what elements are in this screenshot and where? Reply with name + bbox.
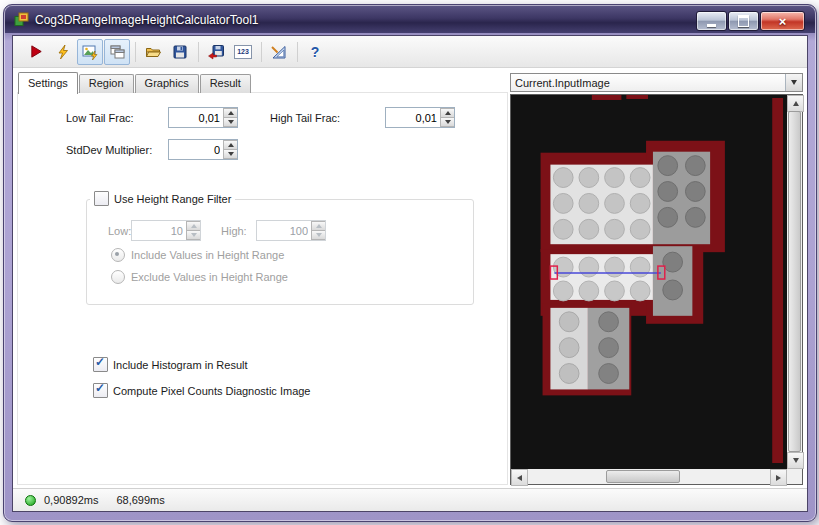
spin-down-button[interactable] [186, 230, 200, 240]
total-time-text: 68,699ms [116, 494, 164, 506]
spin-down-button[interactable] [440, 117, 454, 127]
numbers-123-text: 123 [237, 48, 249, 55]
low-tail-frac-input[interactable] [168, 107, 238, 128]
include-values-radio[interactable]: Include Values in Height Range [111, 248, 284, 262]
checkbox-box[interactable] [94, 191, 109, 206]
scroll-right-button[interactable] [770, 469, 787, 486]
auto-electric-run-toggle[interactable] [77, 39, 103, 65]
plot-button[interactable] [266, 39, 292, 65]
checkbox-box[interactable] [93, 357, 108, 372]
screenshot-root: Cog3DRangeImageHeightCalculatorTool1 × [0, 0, 819, 525]
arrow-down-icon [793, 458, 799, 463]
spin-up-button[interactable] [440, 108, 454, 117]
spin-down-button[interactable] [223, 149, 237, 159]
tab-settings[interactable]: Settings [18, 72, 78, 94]
scroll-down-button[interactable] [787, 452, 804, 469]
include-histogram-checkbox[interactable]: Include Histogram in Result [93, 357, 248, 372]
stddev-multiplier-label: StdDev Multiplier: [66, 144, 152, 156]
low-tail-frac-spinner [223, 108, 237, 127]
tab-graphics[interactable]: Graphics [135, 74, 199, 93]
spin-up-button[interactable] [186, 221, 200, 230]
checkbox-box[interactable] [93, 383, 108, 398]
float-results-toggle[interactable] [104, 39, 130, 65]
range-low-input[interactable] [131, 220, 201, 241]
open-button[interactable] [140, 39, 166, 65]
tab-region[interactable]: Region [79, 74, 134, 93]
constants-button[interactable]: 123 [230, 39, 256, 65]
export-image-button[interactable] [203, 39, 229, 65]
toolbar-separator [135, 42, 136, 62]
close-icon: × [779, 15, 787, 28]
arrow-right-icon [776, 475, 781, 481]
toolbar-separator [297, 42, 298, 62]
use-height-range-filter-checkbox[interactable]: Use Height Range Filter [90, 191, 235, 206]
compute-pixel-counts-checkbox[interactable]: Compute Pixel Counts Diagnostic Image [93, 383, 310, 398]
vertical-scrollbar[interactable] [787, 95, 802, 469]
electric-run-button[interactable] [50, 39, 76, 65]
spin-down-icon [316, 233, 322, 237]
window-controls: × [696, 11, 805, 31]
floppy-disk-icon [172, 44, 188, 60]
spin-up-button[interactable] [223, 108, 237, 117]
spin-down-icon [228, 120, 234, 124]
image-lightning-icon [82, 44, 98, 60]
vertical-scroll-thumb[interactable] [788, 111, 801, 452]
numbers-123-icon: 123 [234, 45, 252, 59]
title-bar[interactable]: Cog3DRangeImageHeightCalculatorTool1 × [5, 6, 815, 33]
range-high-input[interactable] [256, 220, 326, 241]
low-tail-frac-value[interactable] [169, 108, 223, 127]
chevron-down-icon [791, 80, 797, 85]
combobox-dropdown-button[interactable] [785, 74, 802, 91]
window-title: Cog3DRangeImageHeightCalculatorTool1 [35, 13, 258, 27]
radio-circle[interactable] [111, 248, 125, 262]
low-tail-frac-label: Low Tail Frac: [66, 112, 134, 124]
include-histogram-label: Include Histogram in Result [113, 359, 248, 371]
help-button[interactable]: ? [302, 39, 328, 65]
run-button[interactable] [23, 39, 49, 65]
drafting-triangle-icon [271, 44, 287, 60]
image-display-frame [510, 94, 803, 485]
lightning-icon [55, 44, 71, 60]
client-area: 123 ? Settings [12, 35, 808, 512]
exclude-values-radio[interactable]: Exclude Values in Height Range [111, 270, 288, 284]
overlapping-windows-icon [109, 44, 125, 60]
range-high-value[interactable] [257, 221, 311, 240]
spin-down-button[interactable] [311, 230, 325, 240]
high-tail-frac-value[interactable] [386, 108, 440, 127]
maximize-button[interactable] [728, 11, 759, 31]
minimize-icon [707, 24, 716, 27]
horizontal-scroll-thumb[interactable] [606, 470, 680, 483]
stddev-multiplier-value[interactable] [169, 140, 223, 159]
minimize-button[interactable] [696, 11, 727, 31]
exclude-values-label: Exclude Values in Height Range [131, 271, 288, 283]
high-tail-frac-input[interactable] [385, 107, 455, 128]
close-button[interactable]: × [760, 11, 805, 31]
scroll-up-button[interactable] [787, 95, 804, 112]
open-folder-icon [145, 44, 161, 60]
horizontal-scrollbar[interactable] [511, 469, 787, 484]
tab-strip: Settings Region Graphics Result [18, 72, 252, 93]
app-window: Cog3DRangeImageHeightCalculatorTool1 × [3, 4, 817, 522]
floppy-red-arrow-icon [208, 44, 224, 60]
spin-up-icon [191, 224, 197, 228]
arrow-left-icon [517, 475, 522, 481]
spin-down-icon [191, 233, 197, 237]
spin-up-icon [228, 143, 234, 147]
image-selector-combobox[interactable]: Current.InputImage [510, 73, 803, 92]
range-high-spinner [311, 221, 325, 240]
radio-circle[interactable] [111, 270, 125, 284]
range-image-canvas[interactable] [511, 95, 787, 469]
spin-up-button[interactable] [311, 221, 325, 230]
range-low-spinner [186, 221, 200, 240]
question-mark-icon: ? [311, 44, 320, 60]
spin-up-button[interactable] [223, 140, 237, 149]
stddev-multiplier-input[interactable] [168, 139, 238, 160]
save-button[interactable] [167, 39, 193, 65]
image-display-panel: Current.InputImage [510, 73, 803, 485]
selected-image-name: Current.InputImage [511, 77, 785, 89]
spin-down-button[interactable] [223, 117, 237, 127]
scroll-left-button[interactable] [511, 469, 528, 486]
tab-result[interactable]: Result [200, 74, 251, 93]
spin-up-icon [228, 111, 234, 115]
range-low-value[interactable] [132, 221, 186, 240]
